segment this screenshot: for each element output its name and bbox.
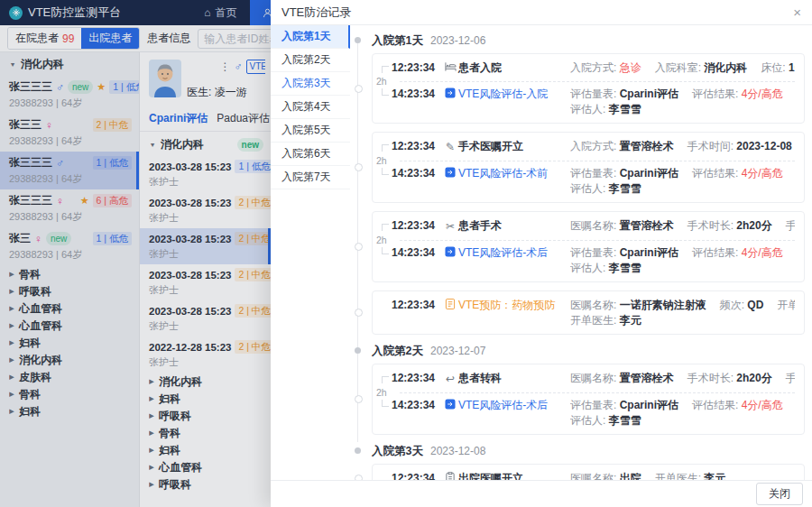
- field: 开单平台: VTE监控防治平台: [777, 299, 795, 311]
- close-button[interactable]: 关闭: [756, 483, 803, 505]
- dashed-line: [400, 240, 795, 241]
- field-label: 床位:: [761, 61, 789, 74]
- field: 手术医生: 张——: [786, 219, 795, 232]
- vte-record-drawer: VTE防治记录 × 入院第1天入院第2天入院第3天入院第4天入院第5天入院第6天…: [271, 0, 812, 507]
- field: 频次: QD: [720, 299, 764, 311]
- close-icon[interactable]: ×: [793, 5, 801, 19]
- assessment-icon: [442, 399, 458, 410]
- day-title: 入院第1天: [372, 34, 423, 47]
- field-value: QD: [747, 299, 763, 311]
- field-value: 李雪雪: [609, 262, 641, 274]
- event-row: 12:23:34VTE预防：药物预防医嘱名称: 一诺肝素钠注射液频次: QD开单…: [382, 298, 795, 328]
- timeline-card: 12:23:34患者入院入院方式: 急诊入院科室: 消化内科床位: 103床责任…: [372, 53, 805, 124]
- pair-bracket: [382, 298, 389, 305]
- day-header: 入院第3天2023-12-08: [372, 443, 805, 459]
- event-name: 出院医嘱开立: [458, 471, 570, 480]
- field-value: 4分/高危: [742, 246, 783, 259]
- day-tab-入院第1天[interactable]: 入院第1天: [271, 25, 350, 49]
- event-name[interactable]: VTE风险评估-入院: [458, 87, 570, 102]
- event-row: 12:23:34出院医嘱开立医嘱名称: 出院开单医生: 李元: [382, 471, 795, 480]
- event-row: 12:23:34↩患者转科医嘱名称: 置管溶栓术手术时长: 2h20分手术医生:…: [382, 371, 795, 387]
- field-label: 评估量表:: [570, 399, 620, 411]
- field-value: Cparini评估: [620, 167, 678, 180]
- event-name[interactable]: VTE风险评估-术前: [458, 166, 570, 181]
- field-label: 入院方式:: [570, 61, 620, 74]
- event-name: 患者入院: [458, 60, 570, 76]
- field-label: 医嘱名称:: [570, 472, 620, 480]
- field-label: 频次:: [720, 299, 748, 311]
- day-tab-入院第7天[interactable]: 入院第7天: [271, 166, 350, 189]
- pencil-icon: ✎: [442, 140, 458, 155]
- assessment-icon: [442, 88, 458, 98]
- event-name[interactable]: VTE风险评估-术后: [458, 398, 570, 413]
- field-value: 李元: [620, 314, 641, 327]
- event-row: 12:23:34✂患者手术医嘱名称: 置管溶栓术手术时长: 2h20分手术医生:…: [382, 218, 795, 235]
- field-label: 评估量表:: [570, 167, 620, 180]
- event-time: 12:23:34: [392, 471, 442, 480]
- field-label: 评估人:: [570, 262, 609, 274]
- field-value: 置管溶栓术: [620, 372, 674, 384]
- event-fields: 医嘱名称: 置管溶栓术手术时长: 2h20分手术医生: 张——: [570, 371, 795, 386]
- event-row: 12:23:34患者入院入院方式: 急诊入院科室: 消化内科床位: 103床责任…: [382, 60, 795, 76]
- duration-divider: 2h: [382, 388, 795, 397]
- duration-label: 2h: [376, 235, 400, 244]
- event-row: 14:23:34VTE风险评估-术后评估量表: Cparini评估评估结果: 4…: [382, 245, 795, 276]
- event-row: 14:23:34VTE风险评估-入院评估量表: Cparini评估评估结果: 4…: [382, 87, 795, 117]
- day-tab-入院第6天[interactable]: 入院第6天: [271, 143, 350, 166]
- field-label: 评估人:: [570, 414, 609, 427]
- event-row: 14:23:34VTE风险评估-术前评估量表: Cparini评估评估结果: 4…: [382, 166, 795, 197]
- field-value: 一诺肝素钠注射液: [620, 299, 706, 311]
- field: 入院方式: 置管溶栓术: [570, 140, 674, 152]
- field: 评估人: 李雪雪: [570, 182, 641, 195]
- field-label: 入院方式:: [570, 140, 620, 152]
- event-fields: 医嘱名称: 置管溶栓术手术时长: 2h20分手术医生: 张——: [570, 218, 795, 234]
- field: 手术时长: 2h20分: [687, 372, 772, 384]
- day-tab-入院第3天[interactable]: 入院第3天: [271, 72, 350, 96]
- pair-bracket: [382, 247, 389, 254]
- field-label: 入院科室:: [655, 61, 705, 74]
- day-tab-入院第4天[interactable]: 入院第4天: [271, 96, 350, 119]
- field-label: 医嘱名称:: [570, 219, 620, 232]
- event-time: 12:23:34: [392, 218, 442, 234]
- field: 医嘱名称: 一诺肝素钠注射液: [570, 299, 706, 311]
- field-value: Cparini评估: [620, 246, 678, 259]
- drawer-header: VTE防治记录 ×: [271, 0, 812, 25]
- event-name: 患者转科: [458, 371, 570, 386]
- event-name[interactable]: VTE风险评估-术后: [458, 245, 570, 261]
- field: 手术医生: 张——: [786, 372, 795, 384]
- field: 评估量表: Cparini评估: [570, 88, 678, 100]
- field-value: 消化内科: [704, 61, 747, 74]
- field: 评估量表: Cparini评估: [570, 167, 678, 180]
- day-tab-入院第2天[interactable]: 入院第2天: [271, 49, 350, 72]
- assessment-icon: [442, 167, 458, 178]
- field-label: 评估人:: [570, 103, 609, 115]
- duration-divider: 2h: [382, 235, 795, 244]
- field-label: 开单医生:: [655, 472, 705, 480]
- field-label: 开单医生:: [570, 314, 620, 327]
- field-value: 103床: [789, 61, 795, 74]
- field: 开单医生: 李元: [655, 472, 726, 480]
- event-time: 14:23:34: [392, 87, 442, 102]
- field: 医嘱名称: 出院: [570, 472, 641, 480]
- duration-label: 2h: [376, 388, 400, 397]
- field: 手术时间: 2023-12-08 16:00:00: [687, 140, 795, 152]
- treatment-timeline: 入院第1天2023-12-0612:23:34患者入院入院方式: 急诊入院科室:…: [350, 25, 812, 480]
- clipboard-icon: [442, 472, 458, 480]
- day-header: 入院第2天2023-12-07: [372, 343, 805, 359]
- field-value: Cparini评估: [620, 399, 678, 411]
- event-time: 14:23:34: [392, 166, 442, 181]
- event-fields: 入院方式: 置管溶栓术手术时间: 2023-12-08 16:00:00责任医生…: [570, 139, 795, 154]
- event-time: 14:23:34: [392, 398, 442, 413]
- event-row: 12:23:34✎手术医嘱开立入院方式: 置管溶栓术手术时间: 2023-12-…: [382, 139, 795, 155]
- event-fields: 评估量表: Cparini评估评估结果: 4分/高危出血评估: 无评估人: 李雪…: [570, 166, 795, 197]
- field-value: 出院: [620, 472, 641, 480]
- field-value: 李雪雪: [609, 103, 641, 115]
- field: 手术时长: 2h20分: [687, 219, 772, 232]
- field-label: 手术医生:: [786, 219, 795, 232]
- pair-bracket: [382, 144, 389, 152]
- field: 医嘱名称: 置管溶栓术: [570, 372, 674, 384]
- field-label: 评估量表:: [570, 88, 620, 100]
- day-tab-入院第5天[interactable]: 入院第5天: [271, 119, 350, 143]
- duration-divider: 2h: [382, 77, 795, 86]
- scissors-icon: ✂: [442, 219, 458, 235]
